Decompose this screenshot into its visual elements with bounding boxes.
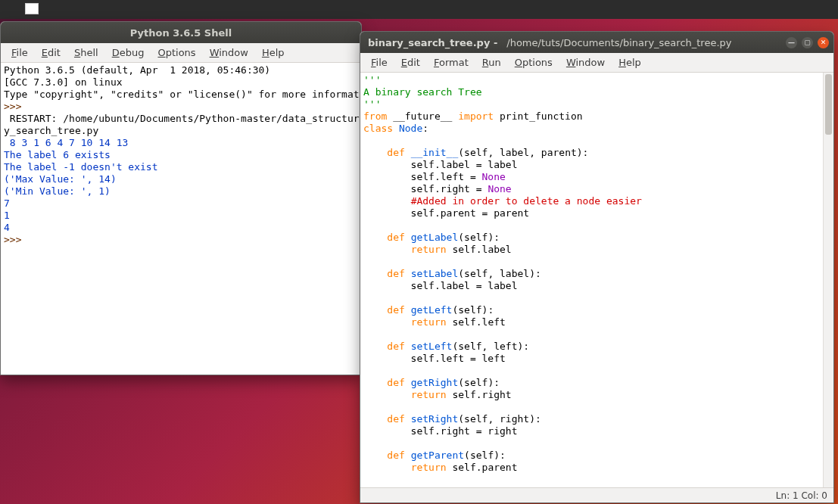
code-line: A binary search Tree xyxy=(363,86,821,98)
code-line: self.right = None xyxy=(363,183,821,195)
code-line: self.parent = parent xyxy=(363,207,821,219)
shell-line: RESTART: /home/ubuntu/Documents/Python-m… xyxy=(4,113,358,125)
menu-debug[interactable]: Debug xyxy=(106,45,151,60)
menu-file[interactable]: File xyxy=(365,55,394,70)
code-line: def getRight(self): xyxy=(363,377,821,389)
menu-help[interactable]: Help xyxy=(256,45,291,60)
menu-run[interactable]: Run xyxy=(476,55,507,70)
code-line: return self.label xyxy=(363,244,821,256)
shell-line: >>> xyxy=(4,234,358,246)
editor-code[interactable]: '''A binary search Tree'''from __future_… xyxy=(360,73,833,487)
code-line: self.label = label xyxy=(363,280,821,292)
code-line xyxy=(363,135,821,147)
editor-menubar: FileEditFormatRunOptionsWindowHelp xyxy=(360,53,833,73)
code-line xyxy=(363,401,821,413)
menu-edit[interactable]: Edit xyxy=(395,55,426,70)
menu-format[interactable]: Format xyxy=(428,55,475,70)
menu-file[interactable]: File xyxy=(5,45,34,60)
scrollbar-vertical[interactable] xyxy=(823,73,833,487)
shell-line: Python 3.6.5 (default, Apr 1 2018, 05:46… xyxy=(4,64,358,76)
code-line: return self.right xyxy=(363,389,821,401)
code-line: def setLeft(self, left): xyxy=(363,341,821,353)
minimize-button[interactable]: — xyxy=(786,37,797,48)
code-line: def setLabel(self, label): xyxy=(363,268,821,280)
shell-line: [GCC 7.3.0] on linux xyxy=(4,76,358,89)
cursor-position: Ln: 1 Col: 0 xyxy=(776,490,827,501)
shell-titlebar[interactable]: Python 3.6.5 Shell xyxy=(1,22,361,43)
shell-line: 8 3 1 6 4 7 10 14 13 xyxy=(4,137,358,149)
code-line xyxy=(363,292,821,304)
shell-line: 4 xyxy=(4,222,358,234)
code-line: def setRight(self, right): xyxy=(363,413,821,425)
shell-line: 1 xyxy=(4,210,358,222)
code-line: self.left = left xyxy=(363,353,821,365)
shell-title: Python 3.6.5 Shell xyxy=(1,27,361,39)
desktop-topbar xyxy=(0,0,838,19)
close-button[interactable]: ✕ xyxy=(818,37,829,48)
editor-title: binary_search_tree.py - xyxy=(368,37,497,48)
menu-help[interactable]: Help xyxy=(612,55,647,70)
code-line: ''' xyxy=(363,98,821,110)
code-line xyxy=(363,256,821,268)
menu-edit[interactable]: Edit xyxy=(36,45,67,60)
shell-line: Type "copyright", "credits" or "license(… xyxy=(4,89,358,101)
menu-options[interactable]: Options xyxy=(509,55,559,70)
code-line: #Added in order to delete a node easier xyxy=(363,195,821,207)
shell-output[interactable]: Python 3.6.5 (default, Apr 1 2018, 05:46… xyxy=(1,63,361,375)
code-line: self.left = None xyxy=(363,171,821,183)
shell-line: y_search_tree.py xyxy=(4,125,358,137)
shell-line: 7 xyxy=(4,198,358,210)
shell-line: The label 6 exists xyxy=(4,149,358,161)
code-line: return self.parent xyxy=(363,462,821,474)
shell-line: ('Max Value: ', 14) xyxy=(4,173,358,185)
code-line xyxy=(363,219,821,232)
editor-window: binary_search_tree.py - /home/tuts/Docum… xyxy=(360,31,834,503)
code-line: from __future__ import print_function xyxy=(363,110,821,123)
code-line: self.right = right xyxy=(363,425,821,437)
shell-window: Python 3.6.5 Shell FileEditShellDebugOpt… xyxy=(0,21,362,375)
menu-window[interactable]: Window xyxy=(204,45,254,60)
scrollbar-thumb[interactable] xyxy=(825,74,832,135)
editor-statusbar: Ln: 1 Col: 0 xyxy=(360,487,833,502)
code-line: class Node: xyxy=(363,123,821,135)
menu-options[interactable]: Options xyxy=(151,45,201,60)
code-line: def getLabel(self): xyxy=(363,232,821,244)
code-line xyxy=(363,365,821,377)
code-line: self.label = label xyxy=(363,159,821,171)
editor-subtitle: /home/tuts/Documents/binary_search_tree.… xyxy=(506,37,731,48)
shell-line: The label -1 doesn't exist xyxy=(4,161,358,173)
shell-line: >>> xyxy=(4,101,358,113)
shell-line: ('Min Value: ', 1) xyxy=(4,185,358,198)
code-line: def __init__(self, label, parent): xyxy=(363,147,821,159)
code-line: ''' xyxy=(363,74,821,86)
code-line: return self.left xyxy=(363,316,821,328)
code-line: def getParent(self): xyxy=(363,450,821,462)
code-line: def getLeft(self): xyxy=(363,304,821,316)
code-line xyxy=(363,437,821,450)
maximize-button[interactable]: ▢ xyxy=(802,37,813,48)
shell-menubar: FileEditShellDebugOptionsWindowHelp xyxy=(1,43,361,63)
menu-window[interactable]: Window xyxy=(560,55,611,70)
editor-titlebar[interactable]: binary_search_tree.py - /home/tuts/Docum… xyxy=(360,32,833,53)
code-line xyxy=(363,328,821,341)
menu-shell[interactable]: Shell xyxy=(68,45,104,60)
desktop-file-icon xyxy=(25,3,39,14)
